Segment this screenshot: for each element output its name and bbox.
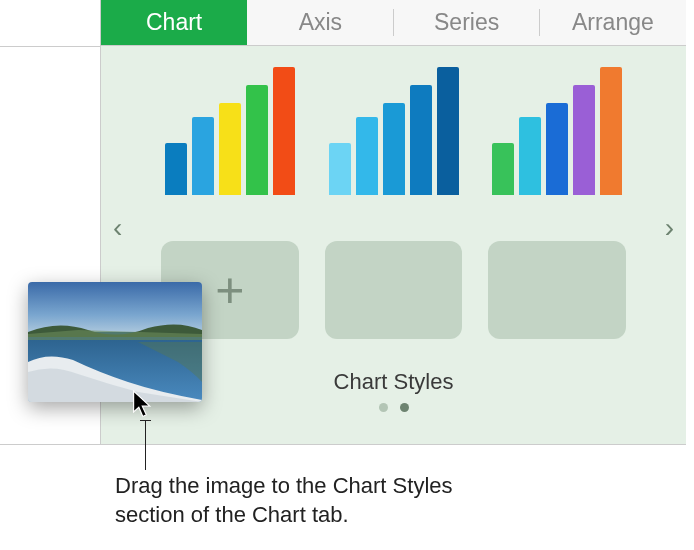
bar [329,143,351,195]
bar [219,103,241,195]
chart-style-1[interactable] [161,64,299,199]
bar [192,117,214,195]
bar [600,67,622,195]
callout-connector [145,420,146,470]
bar [573,85,595,195]
chevron-left-icon[interactable]: ‹ [113,214,122,242]
bar [410,85,432,195]
page-dots [101,403,686,412]
cursor-icon [132,390,156,420]
page-dot-active[interactable] [400,403,409,412]
empty-style-slot[interactable] [488,241,626,339]
tab-axis[interactable]: Axis [247,0,393,45]
tab-series[interactable]: Series [394,0,540,45]
caption-text: Drag the image to the Chart Styles secti… [115,472,505,529]
bar [492,143,514,195]
bar [246,85,268,195]
bar [546,103,568,195]
chart-style-2[interactable] [325,64,463,199]
panel-tabs: Chart Axis Series Arrange [101,0,686,46]
chart-style-3[interactable] [488,64,626,199]
page-dot[interactable] [379,403,388,412]
styles-row [101,64,686,199]
bar [356,117,378,195]
bar [383,103,405,195]
tab-arrange[interactable]: Arrange [540,0,686,45]
bar [437,67,459,195]
bar [273,67,295,195]
tab-chart[interactable]: Chart [101,0,247,45]
empty-style-slot[interactable] [325,241,463,339]
bar [519,117,541,195]
chevron-right-icon[interactable]: › [665,214,674,242]
plus-icon: + [215,265,244,315]
dragged-image-thumbnail[interactable] [28,282,202,402]
bar [165,143,187,195]
